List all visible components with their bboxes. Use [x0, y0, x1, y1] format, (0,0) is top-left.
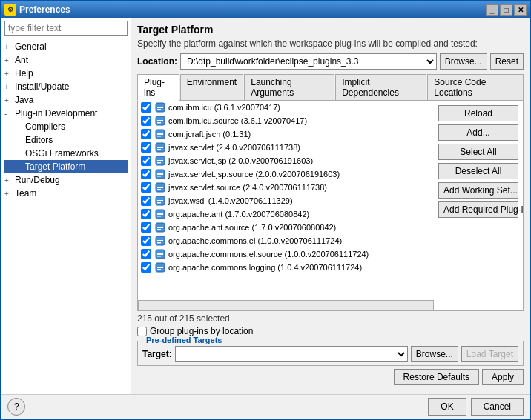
list-item[interactable]: com.ibm.icu (3.6.1.v20070417) — [138, 101, 434, 114]
add-working-set-button[interactable]: Add Working Set... — [438, 182, 518, 199]
reset-button[interactable]: Reset — [490, 53, 524, 70]
plugin-checkbox[interactable] — [141, 262, 151, 273]
deselect-all-button[interactable]: Deselect All — [438, 163, 518, 179]
list-item[interactable]: org.apache.commons.el (1.0.0.v2007061117… — [138, 234, 434, 247]
browse-location-button[interactable]: Browse... — [440, 53, 487, 70]
page-title: Target Platform — [137, 24, 524, 36]
sidebar-item-help[interactable]: +Help — [4, 67, 128, 80]
window-icon: ⚙ — [4, 4, 16, 16]
plugin-text: com.ibm.icu (3.6.1.v20070417) — [168, 103, 280, 112]
sidebar-item-java[interactable]: +Java — [4, 93, 128, 107]
list-item[interactable]: javax.wsdl (1.4.0.v200706111329) — [138, 194, 434, 207]
sidebar-item-osgi[interactable]: OSGi Frameworks — [4, 147, 128, 160]
load-target-button[interactable]: Load Target — [461, 346, 518, 362]
svg-rect-29 — [157, 229, 161, 230]
plugin-checkbox[interactable] — [141, 209, 151, 219]
list-item[interactable]: org.apache.ant.source (1.7.0.v2007060808… — [138, 221, 434, 234]
plugin-checkbox[interactable] — [141, 102, 151, 113]
list-item[interactable]: com.ibm.icu.source (3.6.1.v20070417) — [138, 114, 434, 127]
sidebar-item-install-update[interactable]: +Install/Update — [4, 80, 128, 93]
sidebar-item-team[interactable]: +Team — [4, 187, 128, 200]
sidebar-item-run-debug[interactable]: +Run/Debug — [4, 173, 128, 187]
list-item[interactable]: javax.servlet.jsp (2.0.0.v200706191603) — [138, 154, 434, 167]
location-row: Location: D:\dtp_build\workfolder\eclips… — [137, 53, 524, 70]
plugin-checkbox[interactable] — [141, 169, 151, 179]
plugin-checkbox[interactable] — [141, 182, 151, 193]
plugin-text: com.ibm.icu.source (3.6.1.v20070417) — [168, 116, 307, 125]
ok-button[interactable]: OK — [428, 398, 466, 416]
plugin-checkbox[interactable] — [141, 116, 151, 126]
svg-rect-31 — [157, 240, 163, 241]
plugin-list-container: com.ibm.icu (3.6.1.v20070417)com.ibm.icu… — [138, 101, 434, 310]
apply-button[interactable]: Apply — [482, 369, 524, 385]
plugin-checkbox[interactable] — [141, 142, 151, 153]
svg-rect-28 — [157, 227, 163, 228]
plugin-text: javax.wsdl (1.4.0.v200706111329) — [168, 196, 293, 205]
svg-rect-35 — [157, 256, 161, 257]
sidebar-item-target-platform[interactable]: Target Platform — [4, 160, 128, 173]
plugin-checkbox[interactable] — [141, 129, 151, 139]
svg-rect-11 — [157, 149, 161, 150]
tab-content: com.ibm.icu (3.6.1.v20070417)com.ibm.icu… — [137, 100, 524, 311]
plugin-checkbox[interactable] — [141, 156, 151, 166]
plugin-text: com.jcraft.jsch (0.1.31) — [168, 130, 251, 139]
cancel-button[interactable]: Cancel — [471, 398, 524, 416]
maximize-button[interactable]: □ — [500, 4, 512, 16]
restore-defaults-button[interactable]: Restore Defaults — [394, 369, 479, 385]
list-item[interactable]: javax.servlet.jsp.source (2.0.0.v2007061… — [138, 167, 434, 181]
select-all-button[interactable]: Select All — [438, 144, 518, 160]
group-checkbox-label: Group plug-ins by location — [150, 326, 253, 336]
list-item[interactable]: javax.servlet (2.4.0.v200706111738) — [138, 141, 434, 154]
svg-rect-8 — [157, 136, 161, 137]
list-item[interactable]: org.apache.ant (1.7.0.v200706080842) — [138, 207, 434, 221]
minimize-button[interactable]: _ — [486, 4, 498, 16]
title-bar: ⚙ Preferences _ □ ✕ — [1, 1, 530, 18]
plugin-text: org.apache.commons.el (1.0.0.v2007061117… — [168, 236, 342, 245]
plugin-icon — [154, 248, 166, 260]
tab-implicit[interactable]: Implicit Dependencies — [335, 74, 426, 100]
tab-source[interactable]: Source Code Locations — [427, 74, 524, 100]
close-button[interactable]: ✕ — [514, 4, 527, 16]
plugin-checkbox[interactable] — [141, 249, 151, 259]
sidebar-item-general[interactable]: +General — [4, 40, 128, 53]
sidebar-item-ant[interactable]: +Ant — [4, 53, 128, 67]
sidebar-item-plugin-dev[interactable]: -Plug-in Development — [4, 107, 128, 120]
list-item[interactable]: javax.servlet.source (2.4.0.v20070611173… — [138, 181, 434, 194]
target-label: Target: — [142, 349, 172, 359]
page-description: Specify the platform against which the w… — [137, 39, 524, 49]
help-button[interactable]: ? — [7, 398, 25, 416]
plugin-text: javax.servlet.jsp (2.0.0.v200706191603) — [168, 156, 313, 165]
filter-input[interactable] — [4, 21, 128, 36]
expand-icon-team: + — [4, 190, 15, 198]
list-item[interactable]: org.apache.commons.el.source (1.0.0.v200… — [138, 247, 434, 261]
horizontal-scrollbar[interactable] — [138, 300, 434, 310]
plugin-icon — [154, 101, 166, 113]
plugin-checkbox[interactable] — [141, 236, 151, 246]
list-item[interactable]: org.apache.commons.logging (1.0.4.v20070… — [138, 261, 434, 274]
sidebar-item-compilers[interactable]: Compilers — [4, 120, 128, 133]
target-combo[interactable] — [175, 346, 408, 362]
svg-rect-2 — [157, 109, 161, 110]
group-checkbox-row: Group plug-ins by location — [137, 326, 524, 336]
sidebar-item-label-editors: Editors — [25, 135, 53, 145]
tab-launching[interactable]: Launching Arguments — [244, 74, 334, 100]
svg-rect-34 — [157, 253, 163, 255]
plugin-checkbox[interactable] — [141, 222, 151, 233]
sidebar-item-label-general: General — [15, 41, 47, 52]
group-checkbox[interactable] — [137, 327, 147, 336]
side-buttons: Reload Add... Select All Deselect All Ad… — [434, 101, 523, 310]
location-combo[interactable]: D:\dtp_build\workfolder\eclipse_plugins_… — [180, 53, 437, 70]
tab-plugins[interactable]: Plug-ins — [137, 74, 179, 101]
sidebar-item-label-compilers: Compilers — [25, 121, 65, 132]
tabs: Plug-insEnvironmentLaunching ArgumentsIm… — [137, 74, 524, 100]
plugin-checkbox[interactable] — [141, 196, 151, 206]
svg-rect-22 — [157, 200, 163, 201]
sidebar-item-editors[interactable]: Editors — [4, 133, 128, 147]
add-required-button[interactable]: Add Required Plug-ins — [438, 201, 518, 218]
add-button[interactable]: Add... — [438, 124, 518, 141]
reload-button[interactable]: Reload — [438, 105, 518, 121]
tab-environment[interactable]: Environment — [180, 74, 243, 100]
list-item[interactable]: com.jcraft.jsch (0.1.31) — [138, 127, 434, 141]
browse-target-button[interactable]: Browse... — [411, 346, 458, 362]
svg-rect-1 — [157, 107, 163, 108]
